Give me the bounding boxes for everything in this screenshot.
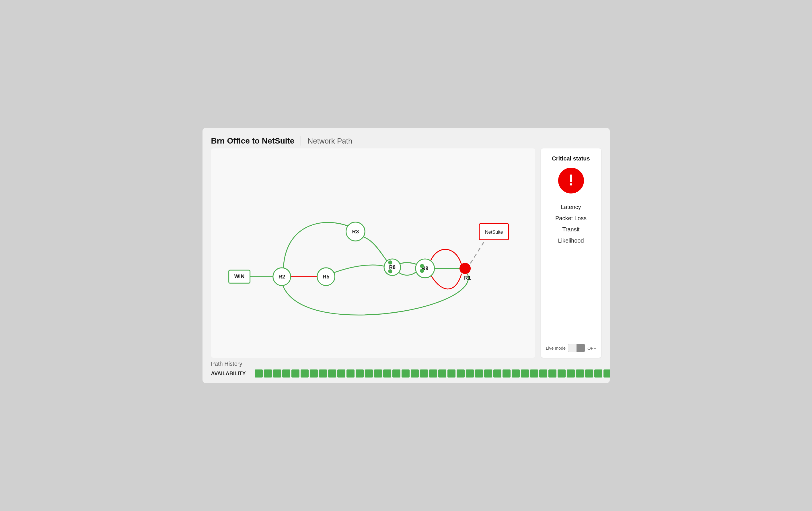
availability-bar [337, 370, 345, 377]
availability-bar [576, 370, 584, 377]
dot-r8-bottom [388, 269, 392, 273]
critical-title: Critical status [552, 155, 590, 162]
availability-bar [273, 370, 281, 377]
availability-bar [457, 370, 465, 377]
live-mode-row: Live mode OFF [546, 337, 597, 352]
netsuite-label: NetSuite [485, 230, 503, 235]
path-history-label: Path History [211, 360, 601, 367]
availability-bar [264, 370, 272, 377]
availability-bar [594, 370, 602, 377]
availability-bar [484, 370, 492, 377]
main-content: NetSuite WIN R2 R3 R5 R8 R9 [211, 149, 601, 358]
dot-r8-top [388, 260, 392, 264]
availability-bar [347, 370, 354, 377]
availability-bar [447, 370, 456, 377]
availability-bar [402, 370, 410, 377]
critical-item-packetloss: Packet Loss [546, 213, 597, 224]
availability-bar [530, 370, 538, 377]
critical-item-latency: Latency [546, 201, 597, 213]
path-r9-r1-red-top [429, 249, 462, 265]
availability-bar [585, 370, 593, 377]
availability-bar [466, 370, 474, 377]
r8-label: R8 [389, 264, 396, 270]
r1-label: R1 [464, 275, 471, 281]
availability-bar [539, 370, 547, 377]
live-mode-state: OFF [587, 346, 596, 351]
bottom-section: Path History AVAILABILITY [211, 360, 601, 377]
network-svg: NetSuite WIN R2 R3 R5 R8 R9 [211, 149, 535, 358]
critical-item-transit: Transit [546, 224, 597, 235]
header: Brn Office to NetSuite Network Path [211, 136, 601, 145]
availability-bar [558, 370, 566, 377]
critical-panel: Critical status ! Latency Packet Loss Tr… [541, 149, 601, 358]
availability-bar [521, 370, 529, 377]
path-r5-r8 [327, 265, 385, 275]
availability-bar [374, 370, 382, 377]
availability-bar [502, 370, 511, 377]
r2-label: R2 [278, 274, 285, 279]
availability-bar [393, 370, 400, 377]
availability-bar [282, 370, 290, 377]
dot-r9-top [420, 264, 424, 268]
critical-icon: ! [558, 168, 584, 193]
availability-bar [420, 370, 428, 377]
network-area: NetSuite WIN R2 R3 R5 R8 R9 [211, 149, 535, 358]
availability-bar [475, 370, 483, 377]
availability-bar [356, 370, 364, 377]
r3-label: R3 [352, 228, 359, 235]
availability-bar [383, 370, 391, 377]
availability-bar [548, 370, 556, 377]
availability-bar [438, 370, 446, 377]
path-r1-bottom-arc [282, 274, 468, 315]
r1-dot[interactable] [460, 263, 470, 274]
availability-bar [429, 370, 437, 377]
page-title-bold: Brn Office to NetSuite [211, 136, 295, 145]
r5-label: R5 [322, 274, 329, 279]
availability-row: AVAILABILITY [211, 370, 601, 377]
availability-bar [255, 370, 263, 377]
availability-bar [512, 370, 520, 377]
main-card: Brn Office to NetSuite Network Path [203, 128, 610, 383]
availability-bar [567, 370, 575, 377]
availability-bar [365, 370, 373, 377]
path-r2-r3 [283, 222, 355, 272]
availability-bar [328, 370, 336, 377]
availability-bar [493, 370, 501, 377]
dot-r9-bottom [420, 269, 424, 273]
live-mode-label: Live mode [546, 346, 566, 351]
critical-item-likelihood: Likelihood [546, 235, 597, 246]
critical-items-list: Latency Packet Loss Transit Likelihood [546, 201, 597, 246]
availability-label: AVAILABILITY [211, 371, 251, 377]
availability-bars [255, 370, 610, 377]
path-r9-r1-red-bottom [429, 272, 462, 289]
availability-bar [310, 370, 318, 377]
live-mode-toggle[interactable] [568, 344, 585, 352]
availability-bar [319, 370, 327, 377]
availability-bar [411, 370, 419, 377]
win-label: WIN [234, 273, 244, 279]
header-divider [300, 136, 301, 145]
availability-bar [300, 370, 309, 377]
availability-bar [604, 370, 610, 377]
page-subtitle: Network Path [308, 137, 352, 145]
exclamation-icon: ! [568, 172, 574, 188]
availability-bar [291, 370, 299, 377]
